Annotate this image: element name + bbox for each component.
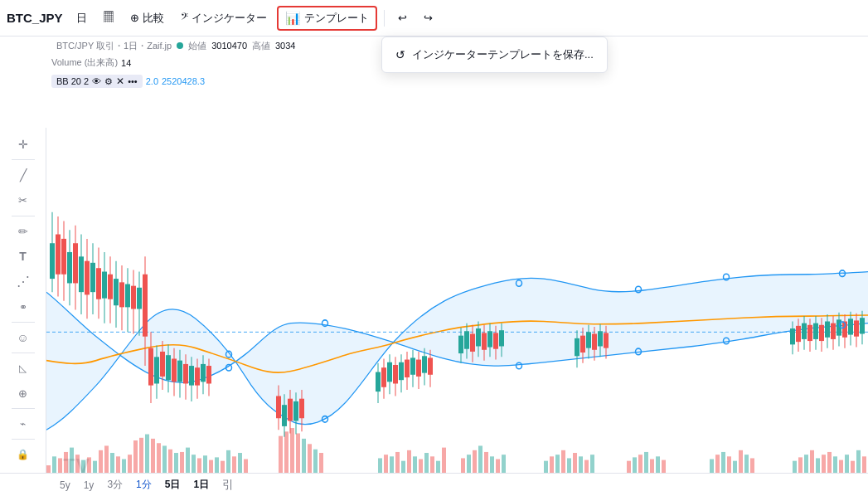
svg-rect-46 — [183, 364, 188, 384]
svg-rect-86 — [458, 336, 463, 353]
undo-button[interactable]: ↩ — [391, 8, 414, 27]
indicator-button[interactable]: 𝄢 インジケーター — [174, 7, 274, 29]
timeframe-label: 日 — [76, 11, 87, 26]
svg-rect-70 — [387, 362, 392, 382]
volume-indicator-bar: Volume (出来高) 14 — [46, 55, 136, 71]
chart-svg — [46, 128, 868, 496]
bb-name: BB 20 2 — [56, 76, 89, 86]
svg-rect-30 — [137, 288, 142, 309]
svg-rect-8 — [73, 243, 78, 283]
svg-rect-64 — [299, 399, 304, 419]
svg-rect-22 — [114, 279, 119, 305]
plus-icon: ⊕ — [130, 12, 139, 24]
svg-rect-106 — [586, 332, 591, 348]
redo-button[interactable]: ↪ — [417, 8, 439, 27]
magnet-tool[interactable]: ⌁ — [10, 412, 36, 435]
svg-rect-84 — [428, 357, 433, 374]
period-1y-button[interactable]: 1y — [80, 478, 98, 493]
period-5day-button[interactable]: 5日 — [162, 476, 184, 494]
save-template-item[interactable]: ↺ インジケーターテンプレートを保存... — [382, 41, 607, 69]
svg-rect-12 — [85, 261, 90, 295]
svg-rect-92 — [476, 328, 481, 346]
svg-rect-20 — [108, 275, 113, 299]
indicator-icon: 𝄢 — [181, 11, 188, 25]
template-chart-icon: 📊 — [285, 11, 301, 26]
svg-rect-88 — [464, 331, 469, 348]
node-tool[interactable]: ⋰ — [10, 270, 36, 293]
bb-dots-icon[interactable]: ••• — [128, 76, 138, 86]
svg-rect-74 — [399, 362, 404, 380]
svg-rect-110 — [598, 331, 603, 346]
svg-rect-54 — [206, 366, 211, 383]
svg-rect-120 — [807, 325, 812, 341]
symbol-label: BTC_JPY — [7, 11, 63, 25]
bb-eye-icon[interactable]: 👁 — [92, 76, 101, 86]
svg-rect-68 — [381, 367, 386, 387]
svg-rect-52 — [201, 364, 206, 382]
svg-rect-104 — [580, 336, 585, 353]
svg-rect-112 — [604, 333, 609, 348]
svg-rect-50 — [195, 367, 200, 385]
period-3min-button[interactable]: 3分 — [104, 476, 126, 494]
svg-rect-108 — [592, 333, 597, 349]
bb-value2: 2520428.3 — [162, 76, 205, 86]
period-1day-button[interactable]: 1日 — [190, 476, 212, 494]
open-value: 3010470 — [211, 41, 247, 51]
bottom-bar: 5y 1y 3分 1分 5日 1日 引 — [0, 473, 868, 496]
svg-rect-90 — [470, 333, 475, 351]
compare-button[interactable]: ⊕ 比較 — [124, 7, 171, 29]
svg-rect-18 — [102, 272, 107, 299]
sidebar-sep-3 — [12, 322, 35, 323]
svg-rect-34 — [148, 348, 153, 386]
svg-rect-128 — [831, 323, 836, 339]
volume-value: 14 — [121, 58, 131, 68]
candle-body — [50, 243, 55, 279]
pattern-tool[interactable]: ⚭ — [10, 294, 36, 318]
bb-close-icon[interactable]: ✕ — [116, 75, 124, 87]
svg-rect-126 — [825, 322, 830, 338]
chart-type-button[interactable]: 𝄜 — [97, 6, 120, 30]
svg-rect-136 — [854, 320, 859, 336]
svg-rect-56 — [276, 396, 281, 418]
high-value: 3034 — [275, 41, 295, 51]
svg-rect-100 — [499, 330, 504, 346]
timeframe-button[interactable]: 日 — [70, 7, 94, 29]
svg-rect-66 — [376, 372, 381, 392]
svg-rect-116 — [796, 326, 801, 342]
line-tool[interactable]: ╱ — [10, 163, 36, 187]
live-dot — [177, 42, 183, 49]
pencil-tool[interactable]: ✏ — [10, 220, 36, 243]
lock-tool[interactable]: 🔒 — [10, 443, 36, 466]
save-template-icon: ↺ — [395, 48, 405, 61]
svg-rect-76 — [405, 360, 410, 377]
svg-rect-138 — [860, 318, 865, 333]
volume-label: Volume (出来高) — [51, 56, 118, 69]
chart-mode-button[interactable]: 引 — [219, 476, 237, 494]
main-area: ✛ ╱ ✂ ✏ T ⋰ ⚭ ☺ ◺ ⊕ ⌁ 🔒 🔓 👁 TV — [0, 128, 868, 496]
crosshair-tool[interactable]: ✛ — [10, 133, 36, 156]
sidebar-sep-6 — [12, 439, 35, 440]
chart-canvas[interactable]: TV 15 6月 15 7月 15 8月 15 9月 15 10月 — [46, 128, 868, 496]
bb-settings-icon[interactable]: ⚙ — [104, 76, 113, 87]
svg-rect-36 — [154, 357, 159, 383]
template-dropdown: ↺ インジケーターテンプレートを保存... — [381, 36, 608, 73]
period-1min-button[interactable]: 1分 — [133, 476, 155, 494]
period-5y-button[interactable]: 5y — [56, 478, 74, 493]
svg-rect-122 — [813, 323, 818, 339]
open-label: 始値 — [188, 40, 206, 52]
template-button[interactable]: 📊 テンプレート — [277, 6, 377, 31]
svg-rect-32 — [143, 275, 148, 337]
scissors-tool[interactable]: ✂ — [10, 188, 36, 212]
undo-icon: ↩ — [398, 12, 407, 24]
high-label: 高値 — [252, 40, 270, 52]
svg-rect-96 — [487, 331, 492, 347]
chart-type-icon: 𝄜 — [104, 9, 114, 27]
svg-rect-58 — [282, 405, 287, 426]
text-tool[interactable]: T — [10, 245, 36, 268]
svg-rect-114 — [790, 328, 795, 344]
ruler-tool[interactable]: ◺ — [10, 357, 36, 380]
zoom-tool[interactable]: ⊕ — [10, 382, 36, 405]
emoji-tool[interactable]: ☺ — [10, 326, 36, 349]
svg-rect-16 — [96, 268, 101, 299]
left-sidebar: ✛ ╱ ✂ ✏ T ⋰ ⚭ ☺ ◺ ⊕ ⌁ 🔒 🔓 👁 TV — [0, 128, 46, 496]
